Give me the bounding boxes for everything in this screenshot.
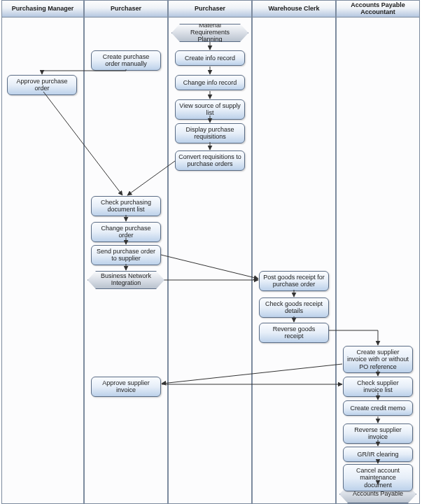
node-approve-inv: Approve supplier invoice [91, 377, 161, 397]
node-check-gr: Check goods receipt details [259, 298, 329, 318]
node-display-req: Display purchase requisitions [175, 123, 245, 144]
node-view-sos: View source of supply list [175, 99, 245, 120]
node-change-po: Change purchase order [91, 222, 161, 242]
node-create-memo: Create credit memo [343, 400, 413, 416]
gateway-bni: Business Network Integration [87, 271, 164, 289]
node-cancel-maint: Cancel account maintenance document [343, 464, 413, 491]
node-send-po: Send purchase order to supplier [91, 245, 161, 265]
node-reverse-gr: Reverse goods receipt [259, 323, 329, 343]
lane-body-purchaser-2 [168, 18, 252, 504]
node-create-po-manual: Create purchase order manually [91, 50, 161, 71]
node-convert-req: Convert requisitions to purchase orders [175, 150, 245, 171]
node-create-info: Create info record [175, 50, 245, 66]
node-create-inv: Create supplier invoice with or without … [343, 346, 413, 373]
node-approve-po: Approve purchase order [7, 75, 77, 95]
lane-header-warehouse-clerk: Warehouse Clerk [252, 0, 336, 18]
node-reverse-inv: Reverse supplier invoice [343, 424, 413, 444]
node-post-gr: Post goods receipt for purchase order [259, 271, 329, 291]
node-change-info: Change info record [175, 75, 245, 90]
node-check-inv: Check supplier invoice list [343, 377, 413, 397]
lane-header-accounts-payable: Accounts Payable Accountant [336, 0, 420, 18]
swimlane-diagram: Purchasing Manager Purchaser Purchaser W… [0, 0, 422, 504]
lane-header-purchaser-2: Purchaser [168, 0, 252, 18]
node-grir: GR/IR clearing [343, 447, 413, 462]
lane-header-purchasing-manager: Purchasing Manager [1, 0, 84, 18]
lane-header-purchaser-1: Purchaser [84, 0, 168, 18]
gateway-mrp: Material Requirements Planning [171, 24, 248, 42]
node-check-pdl: Check purchasing document list [91, 196, 161, 216]
lane-body-warehouse-clerk [252, 18, 336, 504]
